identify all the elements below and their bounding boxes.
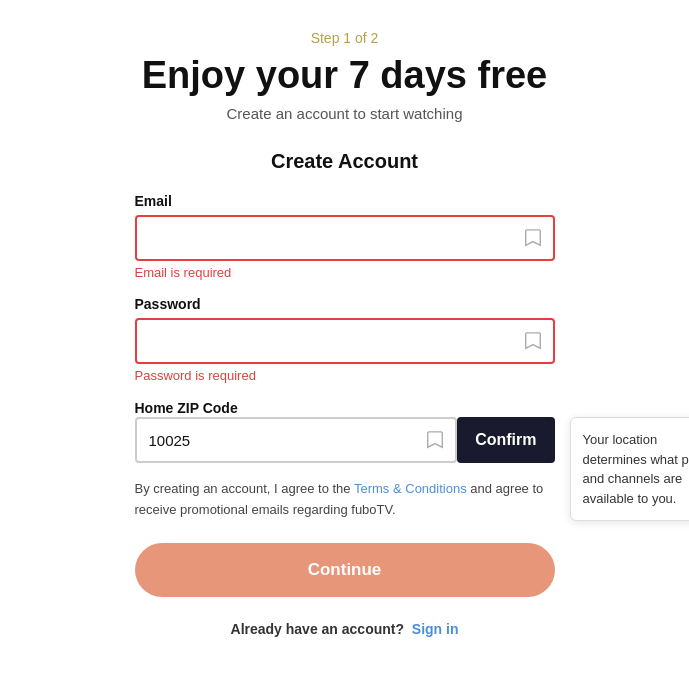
email-input[interactable] [135, 215, 555, 261]
continue-button[interactable]: Continue [135, 543, 555, 597]
password-error: Password is required [135, 368, 555, 383]
zip-input-wrapper [135, 417, 458, 463]
sign-in-row: Already have an account? Sign in [135, 621, 555, 637]
password-input[interactable] [135, 318, 555, 364]
email-input-wrapper [135, 215, 555, 261]
terms-link[interactable]: Terms & Conditions [354, 481, 467, 496]
zip-tooltip: Your location determines what plans and … [570, 417, 690, 521]
form-container: Email Email is required Password [135, 193, 555, 637]
page-container: Step 1 of 2 Enjoy your 7 days free Creat… [0, 0, 689, 694]
email-field-group: Email Email is required [135, 193, 555, 292]
sign-in-link[interactable]: Sign in [412, 621, 459, 637]
terms-text: By creating an account, I agree to the T… [135, 479, 555, 521]
zip-label: Home ZIP Code [135, 400, 238, 416]
create-account-title: Create Account [271, 150, 418, 173]
sub-heading: Create an account to start watching [227, 105, 463, 122]
password-label: Password [135, 296, 555, 312]
email-label: Email [135, 193, 555, 209]
main-heading: Enjoy your 7 days free [142, 54, 548, 97]
confirm-button[interactable]: Confirm [457, 417, 554, 463]
zip-bookmark-icon [423, 428, 447, 452]
zip-section: Home ZIP Code Confirm Your location dete… [135, 399, 555, 463]
password-bookmark-icon [521, 329, 545, 353]
password-input-wrapper [135, 318, 555, 364]
zip-input[interactable] [135, 417, 458, 463]
email-bookmark-icon [521, 226, 545, 250]
password-field-group: Password Password is required [135, 296, 555, 395]
email-error: Email is required [135, 265, 555, 280]
zip-row: Confirm Your location determines what pl… [135, 417, 555, 463]
step-indicator: Step 1 of 2 [311, 30, 379, 46]
